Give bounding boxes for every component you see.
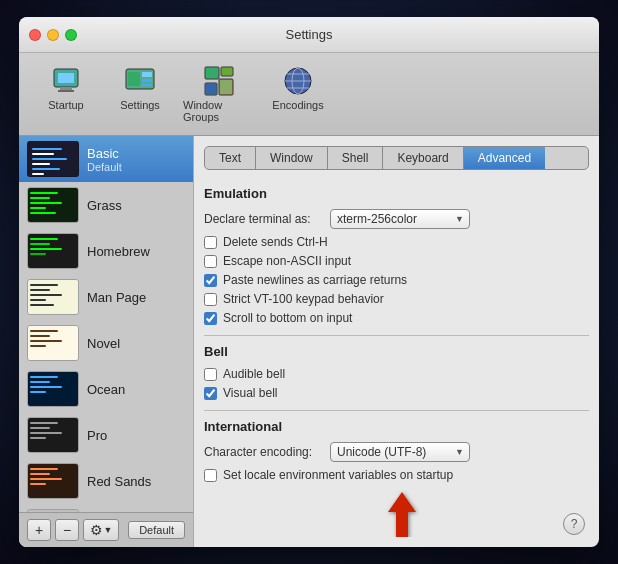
right-panel: Text Window Shell Keyboard Advanced Emul… — [194, 136, 599, 547]
declare-terminal-select[interactable]: xterm-256color — [330, 209, 470, 229]
arrow-icon — [382, 490, 422, 537]
sidebar-item-red-sands[interactable]: Red Sands — [19, 458, 193, 504]
thumb-redsands — [27, 463, 79, 499]
svg-rect-43 — [30, 294, 62, 296]
help-button[interactable]: ? — [563, 513, 585, 535]
sidebar-item-pro[interactable]: Pro — [19, 412, 193, 458]
escape-non-ascii-checkbox[interactable] — [204, 255, 217, 268]
svg-rect-37 — [30, 243, 50, 245]
svg-rect-45 — [30, 304, 54, 306]
visual-bell-row: Visual bell — [204, 386, 589, 400]
thumb-homebrew — [27, 233, 79, 269]
set-locale-checkbox[interactable] — [204, 469, 217, 482]
bell-title: Bell — [204, 344, 589, 359]
svg-rect-28 — [32, 173, 44, 175]
window-groups-label: Window Groups — [183, 99, 255, 123]
sidebar-item-novel[interactable]: Novel — [19, 320, 193, 366]
svg-rect-41 — [30, 284, 58, 286]
svg-rect-48 — [30, 335, 50, 337]
sidebar-item-basic[interactable]: Basic Default — [19, 136, 193, 182]
homebrew-name: Homebrew — [87, 244, 150, 259]
char-encoding-label: Character encoding: — [204, 445, 324, 459]
pro-name: Pro — [87, 428, 107, 443]
settings-icon — [124, 65, 156, 97]
visual-bell-checkbox[interactable] — [204, 387, 217, 400]
toolbar-settings[interactable]: Settings — [105, 61, 175, 127]
svg-rect-33 — [30, 207, 46, 209]
default-button[interactable]: Default — [128, 521, 185, 539]
encodings-label: Encodings — [272, 99, 323, 111]
svg-rect-53 — [30, 381, 50, 383]
svg-rect-44 — [30, 299, 46, 301]
strict-vt100-row: Strict VT-100 keypad behavior — [204, 292, 589, 306]
sidebar-item-grass[interactable]: Grass — [19, 182, 193, 228]
paste-newlines-checkbox[interactable] — [204, 274, 217, 287]
set-locale-row: Set locale environment variables on star… — [204, 468, 589, 482]
toolbar-startup[interactable]: Startup — [31, 61, 101, 127]
audible-bell-checkbox[interactable] — [204, 368, 217, 381]
svg-rect-54 — [30, 386, 62, 388]
declare-terminal-label: Declare terminal as: — [204, 212, 324, 226]
encodings-icon — [282, 65, 314, 97]
thumb-ocean — [27, 371, 79, 407]
svg-rect-65 — [30, 483, 46, 485]
thumb-novel — [27, 325, 79, 361]
sidebar-item-silver-aerogel[interactable]: Silver Aerogel — [19, 504, 193, 512]
svg-rect-60 — [30, 437, 46, 439]
thumb-pro — [27, 417, 79, 453]
svg-rect-39 — [30, 253, 46, 255]
scroll-bottom-label: Scroll to bottom on input — [223, 311, 352, 325]
svg-rect-52 — [30, 376, 58, 378]
tab-keyboard[interactable]: Keyboard — [383, 147, 463, 169]
close-button[interactable] — [29, 29, 41, 41]
declare-terminal-select-wrapper: xterm-256color — [330, 209, 470, 229]
svg-rect-59 — [30, 432, 62, 434]
svg-rect-57 — [30, 422, 58, 424]
toolbar-window-groups[interactable]: Window Groups — [179, 61, 259, 127]
toolbar-encodings[interactable]: Encodings — [263, 61, 333, 127]
add-profile-button[interactable]: + — [27, 519, 51, 541]
sidebar-item-man-page[interactable]: Man Page — [19, 274, 193, 320]
settings-window: Settings Startup — [19, 17, 599, 547]
minimize-button[interactable] — [47, 29, 59, 41]
tab-advanced[interactable]: Advanced — [464, 147, 545, 169]
sidebar-item-homebrew[interactable]: Homebrew — [19, 228, 193, 274]
svg-rect-38 — [30, 248, 62, 250]
traffic-lights — [29, 29, 77, 41]
delete-ctrl-h-checkbox[interactable] — [204, 236, 217, 249]
bell-divider — [204, 335, 589, 336]
svg-rect-3 — [58, 90, 74, 92]
svg-rect-24 — [32, 153, 54, 155]
svg-rect-2 — [60, 87, 72, 90]
tab-window[interactable]: Window — [256, 147, 328, 169]
remove-profile-button[interactable]: − — [55, 519, 79, 541]
strict-vt100-checkbox[interactable] — [204, 293, 217, 306]
tab-text[interactable]: Text — [205, 147, 256, 169]
panel-advanced: Emulation Declare terminal as: xterm-256… — [204, 182, 589, 537]
char-encoding-select[interactable]: Unicode (UTF-8) — [330, 442, 470, 462]
svg-rect-8 — [142, 84, 152, 86]
svg-rect-26 — [32, 163, 50, 165]
gear-button[interactable]: ⚙ ▼ — [83, 519, 119, 541]
emulation-title: Emulation — [204, 186, 589, 201]
maximize-button[interactable] — [65, 29, 77, 41]
svg-rect-12 — [222, 68, 232, 75]
svg-rect-6 — [142, 72, 152, 77]
char-encoding-select-wrapper: Unicode (UTF-8) — [330, 442, 470, 462]
titlebar: Settings — [19, 17, 599, 53]
scroll-bottom-row: Scroll to bottom on input — [204, 311, 589, 325]
basic-sub: Default — [87, 161, 122, 173]
sidebar: Basic Default — [19, 136, 194, 547]
svg-rect-63 — [30, 473, 50, 475]
declare-terminal-row: Declare terminal as: xterm-256color — [204, 209, 589, 229]
international-divider — [204, 410, 589, 411]
svg-rect-16 — [220, 80, 232, 94]
scroll-bottom-checkbox[interactable] — [204, 312, 217, 325]
svg-rect-7 — [142, 79, 152, 82]
sidebar-item-ocean[interactable]: Ocean — [19, 366, 193, 412]
audible-bell-label: Audible bell — [223, 367, 285, 381]
delete-ctrl-h-label: Delete sends Ctrl-H — [223, 235, 328, 249]
tab-shell[interactable]: Shell — [328, 147, 384, 169]
svg-rect-64 — [30, 478, 62, 480]
svg-marker-71 — [388, 492, 416, 537]
